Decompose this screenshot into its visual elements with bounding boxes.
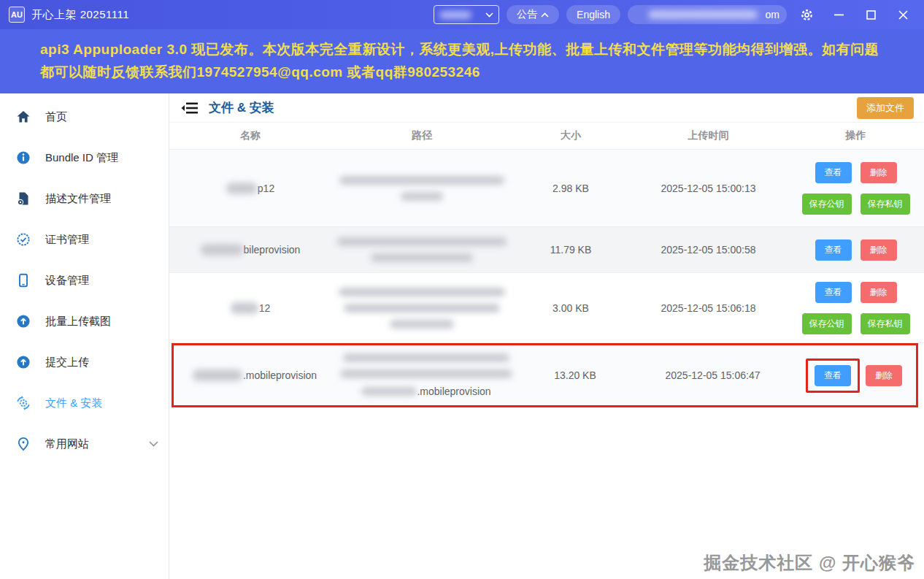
- delete-button[interactable]: 删除: [861, 282, 897, 303]
- redacted-file-path: [331, 288, 512, 329]
- sidebar-item-label: 常用网站: [45, 437, 134, 451]
- certificate-badge-icon: [16, 232, 31, 247]
- save-private-key-button[interactable]: 保存私钥: [861, 313, 910, 334]
- content-header: 文件 & 安装 添加文件: [169, 93, 924, 123]
- upload-time: 2025-12-05 15:00:13: [629, 183, 788, 194]
- table-header-row: 名称 路径 大小 上传时间 操作: [169, 123, 924, 150]
- redacted-file-name: [226, 183, 257, 194]
- redacted-file-path: .mobileprovision: [336, 353, 517, 397]
- table-row: p12 2.98 KB 2025-12-05 15:00:13 查看 删除 保存…: [169, 150, 924, 227]
- sidebar-item-submit-upload[interactable]: 提交上传: [0, 342, 169, 383]
- file-gear-icon: [16, 191, 31, 206]
- column-header-size: 大小: [512, 129, 629, 142]
- sidebar-item-certificates[interactable]: 证书管理: [0, 219, 169, 260]
- redacted-account-email: [648, 10, 758, 19]
- language-label: English: [577, 9, 610, 20]
- sidebar-item-devices[interactable]: 设备管理: [0, 260, 169, 301]
- file-size: 13.20 KB: [517, 369, 634, 381]
- announcement-button[interactable]: 公告: [507, 5, 559, 24]
- file-size: 11.79 KB: [512, 244, 629, 256]
- app-logo: AU: [9, 7, 25, 23]
- sidebar: 首页 Bundle ID 管理 描述文件管理 证书管理 设备管理 批量上传截图 …: [0, 93, 169, 579]
- sidebar-item-provisioning-profiles[interactable]: 描述文件管理: [0, 178, 169, 219]
- home-icon: [16, 110, 31, 124]
- redacted-file-name: [201, 244, 243, 256]
- announcement-label: 公告: [517, 8, 537, 21]
- redacted-file-path: [331, 237, 512, 262]
- table-row: 12 3.00 KB 2025-12-05 15:06:18 查看 删除: [169, 273, 924, 343]
- smartphone-icon: [16, 273, 31, 288]
- settings-gear-icon[interactable]: [794, 4, 819, 25]
- redacted-file-name: [231, 302, 258, 314]
- save-public-key-button[interactable]: 保存公钥: [802, 313, 852, 334]
- add-file-button[interactable]: 添加文件: [857, 97, 914, 119]
- chevron-up-icon: [541, 12, 549, 18]
- upload-circle-icon: [16, 314, 31, 329]
- chevron-down-icon: [149, 441, 158, 447]
- app-title: 开心上架 20251111: [31, 8, 129, 22]
- save-private-key-button[interactable]: 保存私钥: [861, 193, 910, 215]
- sidebar-item-label: 批量上传截图: [45, 315, 158, 329]
- minimize-button[interactable]: [826, 4, 851, 25]
- account-suffix: om: [766, 9, 779, 20]
- file-name: bileprovision: [244, 244, 301, 256]
- upload-time: 2025-12-05 15:00:58: [629, 244, 788, 256]
- save-public-key-button[interactable]: 保存公钥: [802, 193, 852, 215]
- sidebar-item-label: Bundle ID 管理: [45, 151, 158, 165]
- redacted-dropdown-value: [439, 11, 471, 19]
- main-content: 文件 & 安装 添加文件 名称 路径 大小 上传时间 操作 p12 2.98 K…: [169, 93, 924, 579]
- announcement-banner: api3 Appuploader 3.0 现已发布。本次版本完全重新设计，系统更…: [0, 29, 924, 93]
- collapse-sidebar-icon[interactable]: [181, 101, 199, 115]
- language-button[interactable]: English: [566, 5, 620, 24]
- column-header-time: 上传时间: [629, 129, 788, 142]
- sidebar-item-bundle-id[interactable]: Bundle ID 管理: [0, 137, 169, 178]
- redacted-file-path: [331, 176, 512, 201]
- watermark: 掘金技术社区 @ 开心猴爷: [704, 551, 915, 575]
- sidebar-item-label: 设备管理: [45, 274, 158, 288]
- page-title: 文件 & 安装: [209, 99, 274, 116]
- upload-time: 2025-12-05 15:06:47: [634, 369, 792, 381]
- sidebar-item-batch-screenshots[interactable]: 批量上传截图: [0, 301, 169, 342]
- path-suffix: .mobileprovision: [417, 386, 490, 397]
- table-row: bileprovision 11.79 KB 2025-12-05 15:00:…: [169, 227, 924, 273]
- info-circle-icon: [16, 150, 31, 165]
- view-button[interactable]: 查看: [815, 239, 852, 261]
- sidebar-item-label: 文件 & 安装: [45, 396, 158, 410]
- maximize-button[interactable]: [858, 4, 883, 25]
- file-size: 3.00 KB: [512, 302, 629, 314]
- chevron-down-icon: [485, 12, 493, 18]
- column-header-name: 名称: [169, 129, 331, 142]
- delete-button[interactable]: 删除: [866, 365, 902, 386]
- file-size: 2.98 KB: [512, 183, 629, 194]
- delete-button[interactable]: 删除: [861, 162, 897, 183]
- gear-sync-icon: [16, 396, 31, 410]
- location-pin-icon: [16, 437, 31, 451]
- file-name: 12: [259, 302, 271, 314]
- view-button[interactable]: 查看: [815, 365, 851, 386]
- file-name: p12: [258, 183, 274, 194]
- view-button[interactable]: 查看: [815, 282, 852, 303]
- annotation-highlight-box: 查看: [806, 358, 860, 393]
- file-name: .mobileprovision: [243, 369, 317, 381]
- table-row-highlighted: .mobileprovision .mobileprovision 13.20 …: [172, 343, 918, 407]
- redacted-file-name: [193, 369, 242, 381]
- sidebar-item-label: 提交上传: [45, 356, 158, 369]
- column-header-path: 路径: [331, 129, 512, 142]
- sidebar-item-home[interactable]: 首页: [0, 96, 169, 137]
- sidebar-item-files-install[interactable]: 文件 & 安装: [0, 383, 169, 423]
- close-button[interactable]: [890, 4, 915, 25]
- sidebar-item-label: 描述文件管理: [45, 192, 158, 206]
- sidebar-item-label: 证书管理: [45, 233, 158, 247]
- column-header-actions: 操作: [788, 129, 924, 142]
- upload-circle-icon: [16, 355, 31, 369]
- view-button[interactable]: 查看: [815, 162, 852, 183]
- upload-time: 2025-12-05 15:06:18: [629, 302, 788, 314]
- sidebar-item-common-websites[interactable]: 常用网站: [0, 423, 169, 464]
- account-pill[interactable]: om: [628, 5, 787, 24]
- sidebar-item-label: 首页: [45, 110, 158, 124]
- version-dropdown[interactable]: [434, 5, 499, 24]
- delete-button[interactable]: 删除: [861, 239, 897, 261]
- titlebar: AU 开心上架 20251111 公告 English om: [0, 0, 924, 29]
